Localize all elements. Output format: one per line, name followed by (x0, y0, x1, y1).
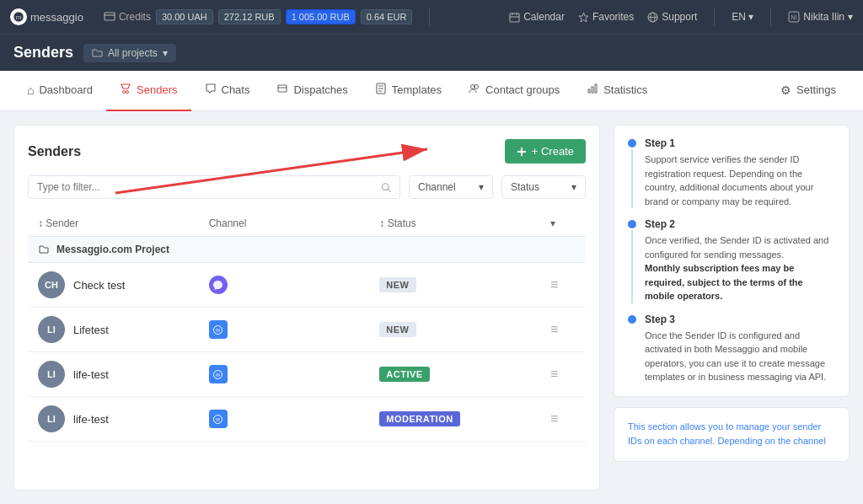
group-row: Messaggio.com Project (28, 237, 586, 263)
sender-name: Lifetest (73, 324, 109, 336)
table-row: LI Lifetest ✉ NEW ≡ (28, 308, 586, 352)
logo-icon: m (10, 8, 27, 25)
tab-dispatches[interactable]: Dispatches (263, 71, 361, 111)
tab-settings[interactable]: ⚙ Settings (767, 71, 850, 111)
chevron-status-icon: ▾ (571, 181, 576, 193)
sender-name: life-test (73, 368, 109, 381)
col-actions: ▾ (550, 217, 576, 229)
table-row: CH Check test NEW ≡ (28, 263, 586, 308)
svg-marker-8 (579, 13, 588, 22)
senders-panel: Senders + Create Channel ▾ Status ▾ (13, 125, 600, 491)
svg-point-31 (382, 183, 389, 190)
project-selector[interactable]: All projects ▾ (83, 44, 176, 62)
logo: m messaggio (10, 8, 83, 25)
actions-cell[interactable]: ≡ (550, 411, 576, 426)
language-selector[interactable]: EN ▾ (732, 11, 753, 23)
tab-chats[interactable]: Chats (191, 71, 264, 111)
svg-text:m: m (16, 13, 22, 21)
chats-icon (205, 83, 217, 97)
nav-divider1 (429, 8, 430, 25)
filter-input-wrapper[interactable] (28, 175, 400, 199)
support-link[interactable]: Support (647, 11, 697, 23)
steps-card: Step 1 Support service verifies the send… (614, 125, 850, 397)
step-3: Step 3 Once the Sender ID is configured … (628, 314, 835, 384)
sender-name: life-test (73, 413, 109, 426)
sms-channel-icon: ✉ (209, 410, 228, 428)
svg-rect-25 (592, 87, 593, 93)
step-line-2 (628, 218, 636, 303)
sender-name: Check test (73, 279, 125, 292)
logo-text: messaggio (30, 11, 83, 24)
status-cell: NEW (379, 277, 550, 292)
step-line-1 (628, 137, 636, 208)
step-1-text: Support service verifies the sender ID r… (645, 153, 835, 208)
step-line-connector-1 (631, 149, 633, 208)
svg-text:✉: ✉ (216, 417, 220, 422)
info-note-card: This section allows you to manage your s… (614, 407, 850, 462)
row-menu-icon[interactable]: ≡ (550, 322, 558, 336)
actions-cell[interactable]: ≡ (550, 322, 576, 337)
sms-channel-icon: ✉ (209, 320, 228, 339)
credit-rub1: 272.12 RUB (218, 9, 281, 24)
tab-statistics[interactable]: Statistics (573, 71, 661, 111)
status-filter[interactable]: Status ▾ (501, 175, 586, 199)
step-1-content: Step 1 Support service verifies the send… (645, 137, 835, 208)
status-badge: NEW (379, 277, 415, 292)
svg-text:✉: ✉ (216, 328, 220, 333)
avatar: LI (38, 361, 65, 388)
col-sender[interactable]: ↕ Sender (38, 217, 209, 229)
step-3-title: Step 3 (645, 314, 835, 325)
favorites-link[interactable]: Favorites (578, 11, 634, 23)
channel-cell: ✉ (209, 320, 380, 339)
page-title: Senders (13, 44, 73, 62)
tab-senders[interactable]: Senders (106, 71, 190, 111)
credit-uah: 30.00 UAH (156, 9, 213, 24)
step-line-connector-2 (631, 230, 633, 303)
step-2-text: Once verified, the Sender ID is activate… (645, 233, 835, 303)
col-channel[interactable]: Channel (209, 217, 380, 229)
step-3-content: Step 3 Once the Sender ID is configured … (645, 314, 835, 384)
channel-cell: ✉ (209, 365, 380, 383)
statistics-icon (587, 83, 598, 97)
tab-contact-groups[interactable]: Contact groups (455, 71, 573, 111)
tabs-bar: ⌂ Dashboard Senders Chats Dispatches Tem… (0, 71, 863, 111)
tab-dashboard[interactable]: ⌂ Dashboard (13, 71, 106, 111)
templates-icon (375, 83, 387, 97)
filter-input[interactable] (37, 181, 376, 193)
dispatches-icon (276, 83, 288, 97)
table-row: LI life-test ✉ ACTIVE ≡ (28, 352, 586, 397)
row-menu-icon[interactable]: ≡ (550, 411, 558, 426)
sender-cell: LI life-test (38, 405, 209, 432)
chevron-channel-icon: ▾ (479, 181, 484, 193)
step-line-3 (628, 314, 636, 384)
create-button[interactable]: + Create (505, 139, 586, 164)
status-cell: ACTIVE (379, 367, 550, 382)
step-1-title: Step 1 (645, 137, 835, 149)
status-badge: NEW (379, 322, 415, 337)
status-cell: MODERATION (379, 411, 550, 426)
user-menu[interactable]: NI Nikita Ilin ▾ (788, 11, 853, 23)
table-header: ↕ Sender Channel ↕ Status ▾ (28, 211, 586, 237)
row-menu-icon[interactable]: ≡ (550, 367, 558, 381)
sender-cell: CH Check test (38, 271, 209, 298)
nav-links: Calendar Favorites Support EN ▾ NI Nikit… (509, 8, 853, 25)
calendar-link[interactable]: Calendar (509, 11, 565, 23)
senders-icon (120, 83, 131, 97)
info-note-text: This section allows you to manage your s… (628, 421, 826, 447)
svg-text:NI: NI (791, 14, 797, 20)
step-dot-2 (628, 220, 636, 228)
tab-templates[interactable]: Templates (362, 71, 455, 111)
svg-rect-26 (595, 84, 597, 93)
row-menu-icon[interactable]: ≡ (550, 277, 558, 292)
settings-icon: ⚙ (780, 83, 791, 97)
actions-cell[interactable]: ≡ (550, 367, 576, 382)
nav-divider2 (714, 8, 715, 25)
dashboard-icon: ⌂ (27, 83, 34, 97)
sms-channel-icon: ✉ (209, 365, 228, 383)
svg-rect-24 (588, 89, 590, 93)
svg-line-32 (388, 189, 390, 191)
channel-filter[interactable]: Channel ▾ (409, 175, 493, 199)
step-3-text: Once the Sender ID is configured and act… (645, 329, 835, 384)
col-status[interactable]: ↕ Status (379, 217, 550, 229)
actions-cell[interactable]: ≡ (550, 277, 576, 292)
